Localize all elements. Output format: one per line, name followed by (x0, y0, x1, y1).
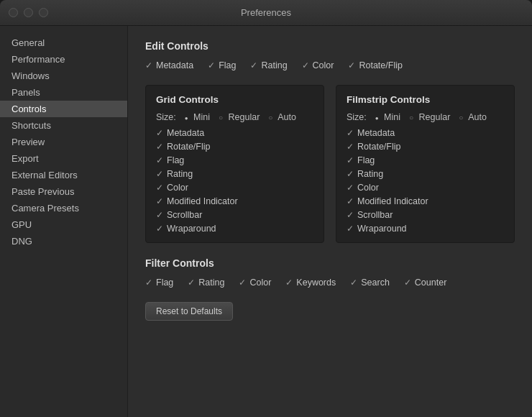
check-icon: ✓ (145, 278, 152, 288)
check-icon: ✓ (347, 183, 354, 193)
check-icon: ✓ (156, 224, 163, 234)
sidebar-item-general[interactable]: General (0, 35, 127, 51)
filter-controls-title: Filter Controls (145, 257, 515, 269)
filmstrip-ctrl-rotate/flip[interactable]: ✓Rotate/Flip (347, 142, 504, 152)
title-bar-buttons (9, 8, 48, 17)
check-icon: ✓ (347, 210, 354, 220)
grid-ctrl-metadata[interactable]: ✓Metadata (156, 128, 313, 138)
filter-ctrl-search[interactable]: ✓Search (350, 278, 390, 288)
filmstrip-controls-box: Filmstrip Controls Size: Mini Regular Au… (336, 85, 515, 243)
grid-ctrl-flag[interactable]: ✓Flag (156, 155, 313, 165)
title-bar: Preferences (0, 0, 532, 26)
grid-ctrl-wraparound[interactable]: ✓Wraparound (156, 224, 313, 234)
sidebar-item-preview[interactable]: Preview (0, 134, 127, 150)
check-icon: ✓ (156, 155, 163, 165)
filmstrip-regular-radio (409, 112, 413, 122)
filmstrip-ctrl-metadata[interactable]: ✓Metadata (347, 128, 504, 138)
grid-auto-radio (268, 112, 272, 122)
filmstrip-auto-radio (459, 112, 463, 122)
edit-controls-title: Edit Controls (145, 40, 515, 52)
grid-controls-title: Grid Controls (156, 94, 313, 105)
filmstrip-size-auto[interactable]: Auto (459, 112, 487, 122)
filmstrip-size-regular[interactable]: Regular (409, 112, 450, 122)
check-icon: ✓ (347, 155, 354, 165)
grid-size-mini[interactable]: Mini (185, 112, 210, 122)
sidebar-item-performance[interactable]: Performance (0, 51, 127, 68)
window-title: Preferences (241, 7, 291, 18)
filter-ctrl-color[interactable]: ✓Color (239, 278, 271, 288)
edit-controls-row: ✓Metadata✓Flag✓Rating✓Color✓Rotate/Flip (145, 60, 515, 70)
filmstrip-ctrl-scrollbar[interactable]: ✓Scrollbar (347, 210, 504, 220)
check-icon: ✓ (347, 224, 354, 234)
two-col-controls: Grid Controls Size: Mini Regular Auto ✓M… (145, 85, 515, 243)
filmstrip-controls-title: Filmstrip Controls (347, 94, 504, 105)
edit-ctrl-metadata[interactable]: ✓Metadata (145, 60, 193, 70)
app-body: GeneralPerformanceWindowsPanelsControlsS… (0, 26, 532, 417)
filmstrip-controls-list: ✓Metadata✓Rotate/Flip✓Flag✓Rating✓Color✓… (347, 128, 504, 234)
minimize-button[interactable] (24, 8, 33, 17)
check-icon: ✓ (156, 169, 163, 179)
grid-ctrl-scrollbar[interactable]: ✓Scrollbar (156, 210, 313, 220)
sidebar-item-camera-presets[interactable]: Camera Presets (0, 200, 127, 216)
check-icon: ✓ (350, 278, 357, 288)
sidebar-item-dng[interactable]: DNG (0, 233, 127, 249)
check-icon: ✓ (156, 142, 163, 152)
filter-ctrl-rating[interactable]: ✓Rating (188, 278, 224, 288)
check-icon: ✓ (156, 128, 163, 138)
filter-ctrl-keywords[interactable]: ✓Keywords (285, 278, 336, 288)
check-icon: ✓ (156, 210, 163, 220)
sidebar-item-gpu[interactable]: GPU (0, 216, 127, 233)
grid-controls-list: ✓Metadata✓Rotate/Flip✓Flag✓Rating✓Color✓… (156, 128, 313, 234)
sidebar-item-windows[interactable]: Windows (0, 68, 127, 84)
check-icon: ✓ (404, 278, 411, 288)
reset-defaults-button[interactable]: Reset to Defaults (145, 302, 233, 321)
main-content: Edit Controls ✓Metadata✓Flag✓Rating✓Colo… (128, 26, 532, 417)
check-icon: ✓ (348, 60, 355, 70)
check-icon: ✓ (347, 196, 354, 206)
grid-ctrl-rating[interactable]: ✓Rating (156, 169, 313, 179)
edit-ctrl-rating[interactable]: ✓Rating (250, 60, 287, 70)
check-icon: ✓ (208, 60, 215, 70)
check-icon: ✓ (250, 60, 257, 70)
close-button[interactable] (9, 8, 18, 17)
filmstrip-ctrl-wraparound[interactable]: ✓Wraparound (347, 224, 504, 234)
filmstrip-ctrl-flag[interactable]: ✓Flag (347, 155, 504, 165)
check-icon: ✓ (156, 196, 163, 206)
check-icon: ✓ (188, 278, 195, 288)
edit-ctrl-color[interactable]: ✓Color (302, 60, 334, 70)
grid-size-row: Size: Mini Regular Auto (156, 112, 313, 122)
grid-ctrl-color[interactable]: ✓Color (156, 183, 313, 193)
filmstrip-ctrl-modified-indicator[interactable]: ✓Modified Indicator (347, 196, 504, 206)
check-icon: ✓ (285, 278, 293, 288)
grid-ctrl-rotate/flip[interactable]: ✓Rotate/Flip (156, 142, 313, 152)
grid-size-label: Size: (156, 112, 176, 122)
filter-controls-row: ✓Flag✓Rating✓Color✓Keywords✓Search✓Count… (145, 278, 515, 288)
edit-ctrl-flag[interactable]: ✓Flag (208, 60, 236, 70)
check-icon: ✓ (302, 60, 309, 70)
check-icon: ✓ (347, 128, 354, 138)
filter-ctrl-flag[interactable]: ✓Flag (145, 278, 173, 288)
sidebar-item-controls[interactable]: Controls (0, 101, 127, 117)
grid-size-regular[interactable]: Regular (219, 112, 260, 122)
filmstrip-size-row: Size: Mini Regular Auto (347, 112, 504, 122)
check-icon: ✓ (347, 142, 354, 152)
sidebar: GeneralPerformanceWindowsPanelsControlsS… (0, 26, 128, 417)
filmstrip-mini-radio (375, 112, 379, 122)
sidebar-item-export[interactable]: Export (0, 150, 127, 167)
filter-ctrl-counter[interactable]: ✓Counter (404, 278, 446, 288)
sidebar-item-panels[interactable]: Panels (0, 84, 127, 101)
check-icon: ✓ (156, 183, 163, 193)
check-icon: ✓ (347, 169, 354, 179)
grid-size-auto[interactable]: Auto (268, 112, 296, 122)
grid-regular-radio (219, 112, 223, 122)
filmstrip-ctrl-color[interactable]: ✓Color (347, 183, 504, 193)
filmstrip-ctrl-rating[interactable]: ✓Rating (347, 169, 504, 179)
sidebar-item-shortcuts[interactable]: Shortcuts (0, 117, 127, 134)
filmstrip-size-mini[interactable]: Mini (375, 112, 400, 122)
sidebar-item-external-editors[interactable]: External Editors (0, 167, 127, 183)
sidebar-item-paste-previous[interactable]: Paste Previous (0, 183, 127, 200)
maximize-button[interactable] (39, 8, 48, 17)
grid-ctrl-modified-indicator[interactable]: ✓Modified Indicator (156, 196, 313, 206)
check-icon: ✓ (239, 278, 246, 288)
edit-ctrl-rotate/flip[interactable]: ✓Rotate/Flip (348, 60, 402, 70)
